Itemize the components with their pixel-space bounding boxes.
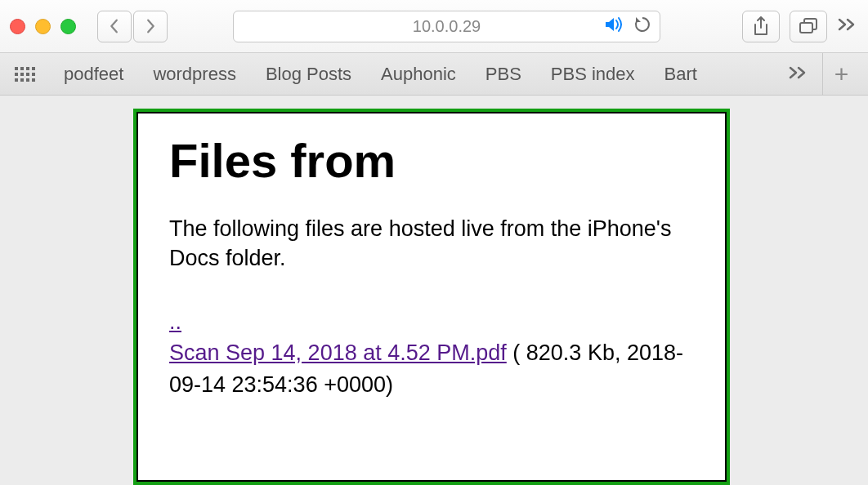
bookmark-pbs-index[interactable]: PBS index — [536, 64, 650, 85]
chevron-right-icon — [144, 17, 157, 35]
tabs-button[interactable] — [790, 11, 827, 42]
address-text: 10.0.0.29 — [413, 17, 481, 36]
overflow-button[interactable] — [837, 17, 858, 35]
minimize-window-button[interactable] — [35, 19, 51, 34]
bookmark-auphonic[interactable]: Auphonic — [366, 64, 471, 85]
bookmarks-overflow-button[interactable] — [775, 65, 822, 83]
window-controls — [10, 19, 76, 34]
sound-icon[interactable] — [604, 16, 625, 37]
forward-button[interactable] — [133, 11, 168, 42]
address-bar[interactable]: 10.0.0.29 — [233, 11, 660, 42]
bookmarks-bar: podfeet wordpress Blog Posts Auphonic PB… — [0, 53, 868, 96]
share-button[interactable] — [742, 11, 780, 42]
reload-button[interactable] — [633, 16, 651, 38]
chevron-double-right-icon — [837, 17, 858, 32]
grid-icon — [15, 67, 35, 82]
new-tab-button[interactable]: + — [822, 53, 860, 96]
sidebar-toggle-button[interactable] — [8, 67, 41, 82]
browser-toolbar: 10.0.0.29 — [0, 0, 868, 53]
plus-icon: + — [834, 60, 849, 88]
content-area: Files from The following files are hoste… — [0, 96, 868, 485]
back-button[interactable] — [97, 11, 132, 42]
file-size: 820.3 Kb — [526, 340, 615, 365]
maximize-window-button[interactable] — [60, 19, 76, 34]
bookmark-blog-posts[interactable]: Blog Posts — [251, 64, 366, 85]
chevron-double-right-icon — [788, 65, 809, 80]
bookmark-bart[interactable]: Bart — [650, 64, 712, 85]
file-link[interactable]: Scan Sep 14, 2018 at 4.52 PM.pdf — [169, 340, 507, 365]
file-list: .. Scan Sep 14, 2018 at 4.52 PM.pdf ( 82… — [169, 306, 694, 400]
page-title: Files from — [169, 133, 694, 188]
toolbar-right — [742, 11, 858, 42]
bookmark-wordpress[interactable]: wordpress — [138, 64, 250, 85]
page-description: The following files are hosted live from… — [169, 214, 694, 274]
bookmark-podfeet[interactable]: podfeet — [49, 64, 138, 85]
parent-dir-link[interactable]: .. — [169, 309, 181, 334]
svg-rect-0 — [800, 23, 812, 33]
close-window-button[interactable] — [10, 19, 25, 34]
bookmark-pbs[interactable]: PBS — [471, 64, 536, 85]
share-icon — [753, 16, 769, 36]
navigation-buttons — [97, 11, 168, 42]
chevron-left-icon — [108, 17, 121, 35]
page-body: Files from The following files are hoste… — [133, 109, 730, 485]
tabs-icon — [799, 18, 818, 34]
address-bar-icons — [604, 16, 651, 38]
